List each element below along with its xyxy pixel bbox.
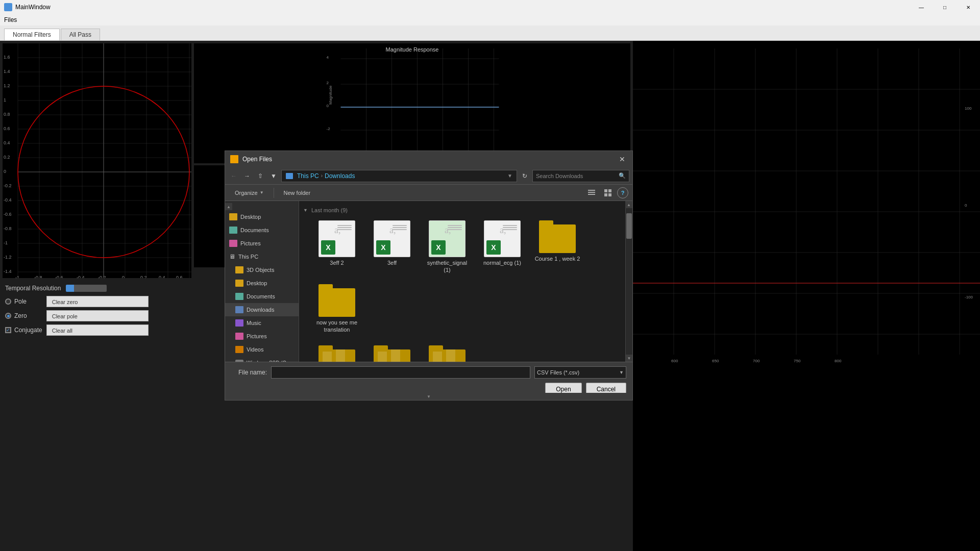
- svg-text:-1.2: -1.2: [4, 255, 12, 260]
- grid-view-button[interactable]: [601, 187, 615, 199]
- excel-icon-synthetic: X a,: [429, 220, 465, 257]
- clear-zero-btn[interactable]: Clear zero: [46, 296, 149, 307]
- sidebar-item-3d-objects[interactable]: 3D Objects: [225, 263, 299, 277]
- list-view-button[interactable]: [584, 187, 599, 199]
- new-folder-button[interactable]: New folder: [278, 187, 316, 199]
- pole-zero-plot: 1.6 1.4 1.2 1 0.8 0.6 0.4 0.2 0 -0.2 -0.…: [3, 43, 191, 278]
- organize-button[interactable]: Organize ▼: [229, 187, 270, 199]
- nav-back-button[interactable]: ←: [228, 170, 239, 182]
- nav-up-button[interactable]: ⇧: [255, 170, 266, 182]
- search-placeholder: Search Downloads: [536, 173, 583, 179]
- nav-dropdown-button[interactable]: ▼: [268, 170, 279, 182]
- svg-text:-1: -1: [15, 275, 19, 278]
- sidebar-item-desktop-1[interactable]: Desktop: [225, 210, 299, 223]
- file-item-nowyouseeme[interactable]: now you see me translation: [311, 281, 362, 337]
- svg-text:0.2: 0.2: [4, 155, 10, 160]
- maximize-button[interactable]: □: [933, 0, 957, 14]
- sidebar-scroll-up[interactable]: ▲: [225, 203, 232, 210]
- breadcrumb-downloads[interactable]: Downloads: [325, 172, 355, 180]
- sidebar-item-music[interactable]: Music: [225, 316, 299, 330]
- sidebar-item-this-pc[interactable]: 🖥 This PC: [225, 250, 299, 263]
- minimize-button[interactable]: —: [910, 0, 933, 14]
- organize-chevron: ▼: [260, 190, 264, 195]
- file-area-scrollbar[interactable]: ▲ ▼: [625, 201, 632, 362]
- sidebar-item-desktop-2[interactable]: Desktop: [225, 277, 299, 290]
- help-button[interactable]: ?: [617, 187, 628, 198]
- svg-text:-0.8: -0.8: [4, 226, 12, 231]
- breadcrumb-dropdown-arrow[interactable]: ▼: [507, 173, 512, 179]
- file-name-3eff2: 3eff 2: [330, 259, 344, 266]
- file-item-course1[interactable]: Course 1 , week 2: [532, 217, 583, 277]
- zero-label: Zero: [14, 312, 27, 319]
- sidebar-item-downloads[interactable]: Downloads: [225, 303, 299, 316]
- dialog-title-text: Open Files: [242, 156, 272, 163]
- temporal-label: Temporal Resolution: [5, 285, 61, 292]
- sidebar-item-documents-2[interactable]: Documents: [225, 290, 299, 303]
- svg-rect-119: [588, 190, 595, 191]
- svg-text:-0.6: -0.6: [55, 275, 63, 278]
- file-name-synthetic: synthetic_signal (1): [424, 259, 471, 274]
- file-item-bl-proxy[interactable]: BL_proxy: [422, 342, 473, 362]
- close-button[interactable]: ✕: [957, 0, 980, 14]
- dialog-title-bar: Open Files ✕: [225, 151, 632, 167]
- svg-rect-120: [588, 192, 595, 193]
- file-item-3eff[interactable]: X a, 3eff: [366, 217, 418, 277]
- search-box[interactable]: Search Downloads 🔍: [532, 170, 629, 182]
- scroll-down-arrow[interactable]: ▼: [626, 355, 632, 362]
- svg-text:0.8: 0.8: [4, 112, 10, 117]
- svg-text:600: 600: [671, 359, 678, 363]
- sidebar-item-documents-1[interactable]: Documents: [225, 223, 299, 237]
- clear-all-btn[interactable]: Clear all: [46, 324, 149, 336]
- filetype-select[interactable]: CSV Files (*.csv) ▼: [534, 366, 626, 379]
- svg-text:0.6: 0.6: [4, 126, 10, 131]
- sidebar-item-windows-ssd[interactable]: Windows-SSD (C: [225, 356, 299, 362]
- refresh-button[interactable]: ↻: [519, 170, 530, 182]
- app-icon: [4, 3, 12, 11]
- excel-icon-ecg: X a,: [484, 220, 521, 257]
- tab-all-pass[interactable]: All Pass: [61, 29, 100, 40]
- scroll-thumb[interactable]: [626, 213, 632, 239]
- svg-text:4: 4: [327, 55, 329, 60]
- tab-normal-filters[interactable]: Normal Filters: [4, 29, 60, 40]
- dialog-folder-icon: [230, 155, 238, 163]
- file-item-3eff2[interactable]: X a, 3eff 2: [311, 217, 362, 277]
- toolbar-separator: [274, 188, 274, 198]
- file-area-scroll-up[interactable]: ▲: [625, 201, 632, 208]
- temporal-slider[interactable]: [66, 285, 107, 292]
- sidebar-item-pictures-2[interactable]: Pictures: [225, 330, 299, 343]
- clear-pole-btn[interactable]: Clear pole: [46, 310, 149, 321]
- breadcrumb-this-pc[interactable]: This PC: [297, 172, 319, 180]
- conjugate-checkbox[interactable]: ✓: [5, 327, 11, 333]
- videos-icon: [235, 346, 243, 353]
- filetype-arrow: ▼: [619, 370, 624, 375]
- last-month-toggle[interactable]: ▼: [303, 208, 308, 213]
- pole-radio[interactable]: [5, 298, 11, 305]
- svg-rect-125: [608, 193, 611, 196]
- svg-text:Magnitude: Magnitude: [328, 85, 333, 105]
- files-menu[interactable]: Files: [4, 16, 17, 23]
- file-item-synthetic[interactable]: X a, synthetic_signal (1): [422, 217, 473, 277]
- svg-text:700: 700: [753, 359, 760, 363]
- filename-input[interactable]: [271, 366, 530, 379]
- downloads-icon: [235, 306, 243, 313]
- file-item-task6[interactable]: Task6 (1): [366, 342, 418, 362]
- pictures-icon-2: [235, 333, 243, 340]
- sidebar-item-pictures-1[interactable]: Pictures: [225, 237, 299, 250]
- filetype-label: CSV Files (*.csv): [537, 369, 579, 375]
- zero-radio-row: Zero: [5, 312, 42, 319]
- svg-text:0.4: 0.4: [4, 140, 10, 145]
- svg-text:800: 800: [835, 359, 842, 363]
- file-item-signal-composer[interactable]: Signal-Composer-master (1): [311, 342, 362, 362]
- zero-radio[interactable]: [5, 313, 11, 319]
- svg-text:-0.4: -0.4: [77, 275, 85, 278]
- pictures-icon-1: [229, 240, 237, 247]
- svg-text:1.2: 1.2: [4, 83, 10, 88]
- svg-text:-1: -1: [4, 240, 8, 245]
- sidebar-item-videos[interactable]: Videos: [225, 343, 299, 356]
- last-month-files-grid-2: Signal-Composer-master (1) Task6 (1): [303, 342, 623, 362]
- svg-rect-121: [588, 194, 595, 195]
- nav-forward-button[interactable]: →: [241, 170, 253, 182]
- svg-rect-123: [608, 189, 611, 192]
- file-item-ecg[interactable]: X a, normal_ecg (1): [477, 217, 528, 277]
- dialog-close-button[interactable]: ✕: [617, 154, 627, 164]
